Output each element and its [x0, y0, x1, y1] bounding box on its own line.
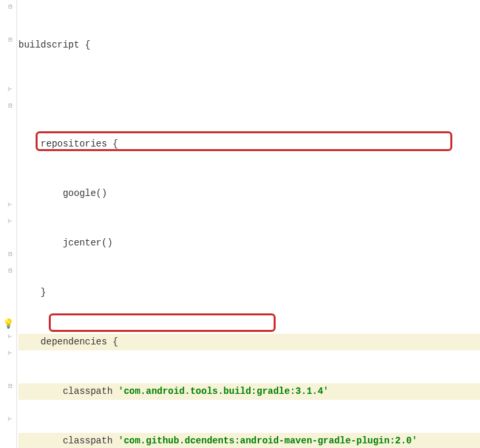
string-literal: 'com.github.dcendents:android-maven-grad…	[118, 435, 417, 446]
lightbulb-icon[interactable]: 💡	[3, 319, 13, 330]
gutter: ⊟ ⊟ ⊢ ⊟ ⊢ ⊢ ⊟ ⊟ 💡 ⊢ ⊢ ⊟ ⊢	[0, 0, 17, 448]
fold-icon[interactable]: ⊟	[7, 268, 14, 275]
code-line: jcenter()	[18, 235, 480, 251]
fold-end-icon: ⊢	[7, 218, 14, 226]
string-literal: 'com.android.tools.build:gradle:3.1.4'	[118, 386, 328, 397]
fold-icon[interactable]: ⊟	[7, 251, 14, 259]
fold-icon[interactable]: ⊟	[7, 103, 14, 110]
code-line: classpath 'com.github.dcendents:android-…	[18, 433, 480, 448]
code-line: }	[18, 284, 480, 301]
classpath-keyword: classpath	[18, 435, 118, 446]
highlight-box-maven	[49, 313, 276, 332]
code-line: classpath 'com.android.tools.build:gradl…	[18, 383, 480, 400]
code-line: dependencies {	[18, 334, 480, 350]
fold-end-icon: ⊢	[7, 416, 14, 424]
fold-icon[interactable]: ⊟	[7, 4, 14, 11]
classpath-keyword: classpath	[18, 386, 118, 397]
fold-icon[interactable]: ⊟	[7, 37, 14, 44]
fold-icon[interactable]: ⊟	[7, 383, 14, 391]
code-line: buildscript {	[18, 37, 480, 53]
fold-end-icon: ⊢	[7, 334, 14, 341]
fold-end-icon: ⊢	[7, 86, 14, 94]
fold-end-icon: ⊢	[7, 202, 14, 209]
code-line	[18, 86, 480, 103]
code-line: google()	[18, 185, 480, 202]
code-editor[interactable]: ⊟ ⊟ ⊢ ⊟ ⊢ ⊢ ⊟ ⊟ 💡 ⊢ ⊢ ⊟ ⊢ buildscript { …	[0, 0, 480, 448]
code-line: repositories {	[18, 136, 480, 152]
code-area[interactable]: buildscript { repositories { google() jc…	[17, 0, 480, 448]
fold-end-icon: ⊢	[7, 350, 14, 358]
